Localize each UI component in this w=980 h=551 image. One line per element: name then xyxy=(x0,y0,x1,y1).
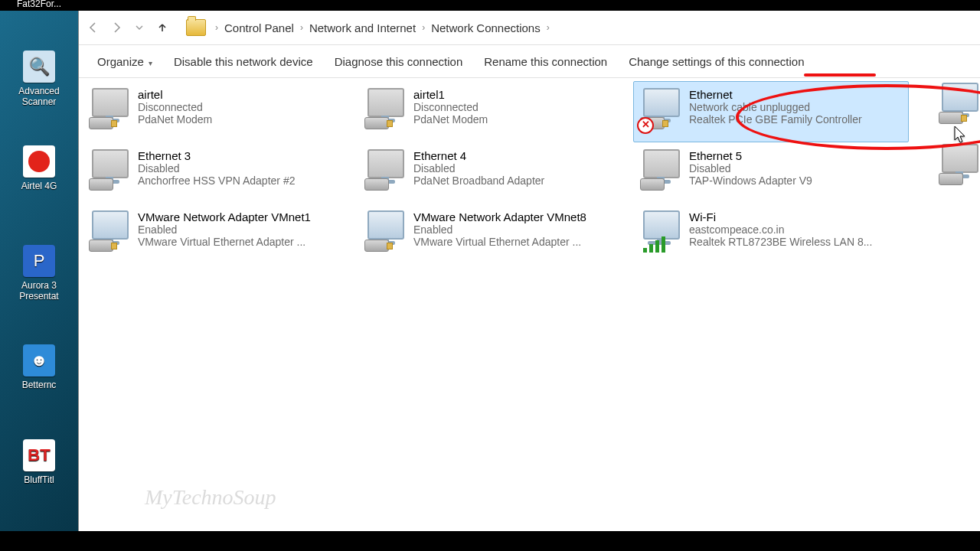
desktop-icon[interactable]: P Aurora 3 Presentat xyxy=(5,245,74,302)
desktop-strip: Fat32For... 🔍 Advanced Scanner Airtel 4G… xyxy=(0,11,78,531)
connection-tile[interactable]: Ethernet 3DisabledAnchorfree HSS VPN Ada… xyxy=(82,142,358,204)
connection-device: PdaNet Broadband Adapter xyxy=(413,174,544,187)
connection-tile[interactable]: ✕EthernetNetwork cable unpluggedRealtek … xyxy=(633,81,909,142)
network-adapter-icon: ✕ xyxy=(639,88,683,132)
network-adapter-icon xyxy=(363,88,407,132)
connection-device: PdaNet Modem xyxy=(413,113,488,126)
connection-device: TAP-Windows Adapter V9 xyxy=(689,174,812,187)
desktop-icon-label: Betternc xyxy=(22,380,57,390)
chevron-down-icon xyxy=(136,24,143,31)
connection-status: Enabled xyxy=(413,223,586,236)
connection-status: Disconnected xyxy=(138,101,212,113)
betternet-icon: ☻ xyxy=(23,344,55,377)
arrow-up-icon xyxy=(156,21,168,34)
rename-connection-button[interactable]: Rename this connection xyxy=(473,49,618,74)
address-bar: › Control Panel › Network and Internet ›… xyxy=(79,11,980,45)
connection-device: VMware Virtual Ethernet Adapter ... xyxy=(413,236,586,248)
up-button[interactable] xyxy=(151,16,174,39)
desktop-icon[interactable]: 🔍 Advanced Scanner xyxy=(5,51,74,107)
desktop-icon-label: BluffTitl xyxy=(24,474,54,485)
connection-device: Realtek PCIe GBE Family Controller xyxy=(689,113,862,126)
connections-pane[interactable]: airtelDisconnectedPdaNet Modemairtel1Dis… xyxy=(79,77,980,531)
connection-status: Enabled xyxy=(138,223,311,236)
recent-locations-button[interactable] xyxy=(128,16,151,39)
connection-tile[interactable]: airtel1DisconnectedPdaNet Modem xyxy=(358,81,633,142)
network-adapter-icon xyxy=(363,149,407,194)
connection-tile[interactable]: Ethernet 4DisabledPdaNet Broadband Adapt… xyxy=(358,142,633,204)
blufftitler-icon: BT xyxy=(23,439,55,471)
connection-name: VMware Network Adapter VMnet8 xyxy=(413,210,586,223)
back-button[interactable] xyxy=(82,16,105,39)
network-adapter-icon xyxy=(639,149,683,194)
chevron-down-icon: ▾ xyxy=(149,59,152,67)
network-adapter-icon xyxy=(639,210,683,255)
change-settings-button[interactable]: Change settings of this connection xyxy=(618,49,815,74)
desktop-icon[interactable]: ☻ Betternc xyxy=(5,344,74,390)
breadcrumb[interactable]: Network Connections xyxy=(430,18,542,37)
connection-status: Network cable unplugged xyxy=(689,101,862,113)
connection-tile[interactable]: airtelDisconnectedPdaNet Modem xyxy=(82,81,358,142)
connection-device: PdaNet Modem xyxy=(138,113,212,126)
network-adapter-icon xyxy=(87,149,132,194)
connection-tile[interactable]: Wi-Fieastcompeace.co.inRealtek RTL8723BE… xyxy=(633,204,909,265)
arrow-right-icon xyxy=(110,21,122,34)
connection-name: Ethernet xyxy=(689,88,862,101)
connection-status: Disabled xyxy=(689,162,812,174)
chevron-right-icon: › xyxy=(547,22,550,33)
scanner-icon: 🔍 xyxy=(23,51,55,83)
connection-status: eastcompeace.co.in xyxy=(689,223,872,236)
desktop-icon[interactable]: Fat32For... xyxy=(5,0,74,9)
connection-status: Disabled xyxy=(413,162,544,174)
connection-device: Realtek RTL8723BE Wireless LAN 8... xyxy=(689,236,872,248)
desktop-icon-label: Fat32For... xyxy=(17,0,61,9)
chevron-right-icon: › xyxy=(215,22,218,33)
forward-button[interactable] xyxy=(105,16,128,39)
aurora-icon: P xyxy=(23,245,55,277)
connection-name: Ethernet 4 xyxy=(413,149,544,162)
connection-name: airtel1 xyxy=(413,88,488,101)
connection-name: Wi-Fi xyxy=(689,210,872,223)
network-adapter-icon xyxy=(87,210,132,255)
connection-name: VMware Network Adapter VMnet1 xyxy=(138,210,311,223)
desktop-icon[interactable]: Airtel 4G xyxy=(5,145,74,191)
diagnose-connection-button[interactable]: Diagnose this connection xyxy=(324,49,474,74)
connection-device: VMware Virtual Ethernet Adapter ... xyxy=(138,236,311,248)
connection-tile[interactable]: VMware Network Adapter VMnet8EnabledVMwa… xyxy=(358,204,633,265)
desktop-icon-label: Aurora 3 Presentat xyxy=(19,280,58,302)
connection-status: Disabled xyxy=(138,162,295,174)
connection-name: airtel xyxy=(138,88,212,101)
folder-icon xyxy=(186,19,206,36)
partial-connection-tile[interactable] xyxy=(937,83,980,129)
command-bar: Organize▾ Disable this network device Di… xyxy=(79,45,980,78)
partial-connection-tile[interactable] xyxy=(937,144,980,190)
connection-name: Ethernet 5 xyxy=(689,149,812,162)
connection-name: Ethernet 3 xyxy=(138,149,295,162)
desktop-icon[interactable]: BT BluffTitl xyxy=(5,439,74,485)
explorer-window: › Control Panel › Network and Internet ›… xyxy=(78,11,980,531)
breadcrumb[interactable]: Network and Internet xyxy=(308,18,417,37)
desktop-icon-label: Advanced Scanner xyxy=(18,86,59,107)
disable-device-button[interactable]: Disable this network device xyxy=(163,49,324,74)
network-adapter-icon xyxy=(363,210,407,255)
chevron-right-icon: › xyxy=(422,22,425,33)
network-adapter-icon xyxy=(87,88,132,132)
connection-tile[interactable]: Ethernet 5DisabledTAP-Windows Adapter V9 xyxy=(633,142,909,204)
desktop-icon-label: Airtel 4G xyxy=(21,181,57,191)
connection-tile[interactable]: VMware Network Adapter VMnet1EnabledVMwa… xyxy=(82,204,358,265)
arrow-left-icon xyxy=(87,21,100,34)
connection-device: Anchorfree HSS VPN Adapter #2 xyxy=(138,174,295,187)
airtel-icon xyxy=(23,145,55,178)
connection-status: Disconnected xyxy=(413,101,488,113)
breadcrumb[interactable]: Control Panel xyxy=(223,18,296,37)
chevron-right-icon: › xyxy=(300,22,303,33)
organize-menu[interactable]: Organize▾ xyxy=(87,49,163,74)
